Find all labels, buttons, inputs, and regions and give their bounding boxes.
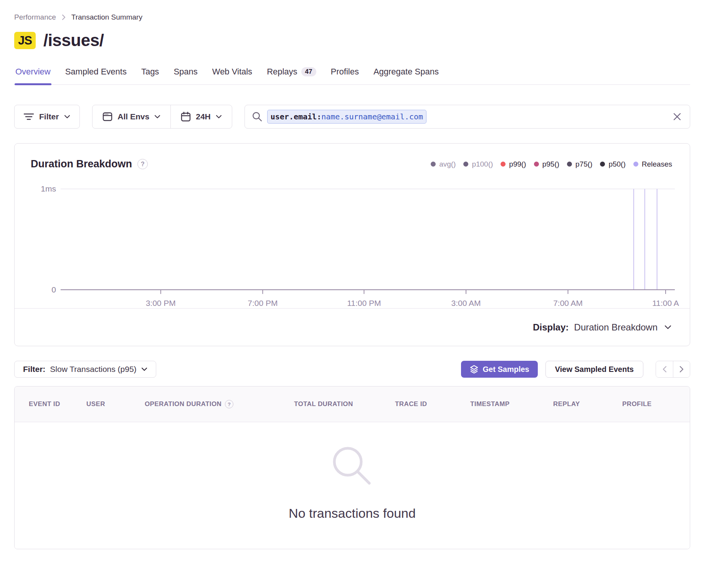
column-header-total-duration: TOTAL DURATION bbox=[294, 400, 395, 408]
transactions-toolbar: Filter: Slow Transactions (p95) Get Samp… bbox=[14, 361, 690, 378]
search-token[interactable]: user.email:name.surname@email.com bbox=[267, 110, 426, 124]
legend-dot-icon bbox=[567, 162, 572, 167]
display-label: Display: bbox=[533, 322, 568, 333]
view-sampled-events-button[interactable]: View Sampled Events bbox=[545, 361, 643, 378]
legend-item-p75[interactable]: p75() bbox=[567, 160, 592, 168]
prev-page-button[interactable] bbox=[656, 361, 673, 377]
column-header-trace-id: TRACE ID bbox=[395, 400, 470, 408]
column-header-replay: REPLAY bbox=[553, 400, 622, 408]
legend-dot-icon bbox=[501, 162, 506, 167]
get-samples-label: Get Samples bbox=[483, 365, 529, 374]
tab-label: Spans bbox=[174, 67, 197, 77]
empty-state-text: No transactions found bbox=[289, 506, 416, 521]
svg-text:1ms: 1ms bbox=[41, 184, 56, 193]
chevron-down-icon bbox=[154, 115, 160, 119]
svg-text:3:00 AM: 3:00 AM bbox=[451, 299, 481, 307]
column-header-label: TRACE ID bbox=[395, 400, 427, 408]
breadcrumb-transaction-summary: Transaction Summary bbox=[71, 13, 142, 21]
legend-item-avg[interactable]: avg() bbox=[431, 160, 456, 168]
legend-item-p95[interactable]: p95() bbox=[534, 160, 559, 168]
breadcrumb-performance[interactable]: Performance bbox=[14, 13, 56, 21]
duration-chart-svg: 1ms03:00 PM7:00 PM11:00 PM3:00 AM7:00 AM… bbox=[15, 174, 690, 308]
column-header-label: EVENT ID bbox=[29, 400, 60, 408]
tab-tags[interactable]: Tags bbox=[140, 67, 160, 84]
transactions-filter-label: Filter: bbox=[23, 365, 45, 374]
svg-text:7:00 AM: 7:00 AM bbox=[553, 299, 583, 307]
legend-item-releases[interactable]: Releases bbox=[633, 160, 672, 168]
chevron-down-icon bbox=[141, 367, 147, 371]
tab-label: Replays bbox=[267, 67, 297, 77]
table-header-row: EVENT IDUSEROPERATION DURATION?TOTAL DUR… bbox=[15, 386, 690, 422]
date-range-select[interactable]: 24H bbox=[171, 105, 232, 128]
legend-dot-icon bbox=[431, 162, 436, 167]
get-samples-button[interactable]: Get Samples bbox=[461, 361, 538, 378]
legend-item-p99[interactable]: p99() bbox=[501, 160, 526, 168]
column-help-icon[interactable]: ? bbox=[225, 400, 233, 408]
tab-profiles[interactable]: Profiles bbox=[330, 67, 360, 84]
display-select[interactable]: Duration Breakdown bbox=[574, 322, 658, 333]
tab-label: Sampled Events bbox=[65, 67, 127, 77]
breadcrumb: Performance Transaction Summary bbox=[14, 13, 690, 21]
tab-spans[interactable]: Spans bbox=[173, 67, 198, 84]
env-date-group: All Envs 24H bbox=[92, 105, 232, 129]
search-token-value: name.surname@email.com bbox=[321, 112, 423, 121]
tab-replays[interactable]: Replays47 bbox=[266, 67, 317, 84]
legend-label: p50() bbox=[608, 160, 625, 168]
chevron-down-icon bbox=[664, 325, 671, 329]
svg-text:7:00 PM: 7:00 PM bbox=[248, 299, 278, 307]
window-icon bbox=[102, 112, 112, 121]
tab-label: Overview bbox=[15, 67, 51, 77]
legend-dot-icon bbox=[600, 162, 605, 167]
project-platform-badge: JS bbox=[14, 32, 36, 49]
tab-bar: OverviewSampled EventsTagsSpansWeb Vital… bbox=[14, 67, 690, 85]
column-header-user: USER bbox=[86, 400, 145, 408]
tab-label: Tags bbox=[141, 67, 159, 77]
chevron-down-icon bbox=[216, 115, 222, 119]
tab-aggregate-spans[interactable]: Aggregate Spans bbox=[373, 67, 440, 84]
legend-label: p99() bbox=[509, 160, 526, 168]
svg-text:3:00 PM: 3:00 PM bbox=[146, 299, 176, 307]
column-header-label: USER bbox=[86, 400, 105, 408]
empty-search-icon bbox=[330, 444, 375, 489]
tab-overview[interactable]: Overview bbox=[15, 67, 51, 84]
chart-title: Duration Breakdown bbox=[31, 158, 132, 170]
display-selector-row: Display: Duration Breakdown bbox=[15, 308, 690, 346]
tab-count-badge: 47 bbox=[301, 67, 316, 77]
svg-text:0: 0 bbox=[51, 285, 56, 294]
tab-web-vitals[interactable]: Web Vitals bbox=[212, 67, 253, 84]
clear-search-icon[interactable] bbox=[672, 112, 682, 122]
column-header-label: OPERATION DURATION bbox=[145, 400, 221, 408]
legend-item-p100[interactable]: p100() bbox=[463, 160, 493, 168]
search-input[interactable]: user.email:name.surname@email.com bbox=[245, 105, 690, 129]
calendar-icon bbox=[181, 112, 191, 122]
legend-dot-icon bbox=[633, 162, 638, 167]
filter-button[interactable]: Filter bbox=[14, 105, 80, 129]
tab-label: Web Vitals bbox=[212, 67, 252, 77]
search-token-key: user.email: bbox=[271, 112, 321, 121]
legend-item-p50[interactable]: p50() bbox=[600, 160, 625, 168]
column-header-timestamp: TIMESTAMP bbox=[470, 400, 553, 408]
date-range-value: 24H bbox=[196, 112, 211, 121]
environment-select-value: All Envs bbox=[117, 112, 149, 121]
legend-label: p95() bbox=[542, 160, 559, 168]
chart-help-icon[interactable]: ? bbox=[137, 159, 148, 169]
column-header-label: TOTAL DURATION bbox=[294, 400, 353, 408]
transaction-summary-page: Performance Transaction Summary JS /issu… bbox=[0, 13, 704, 549]
column-header-label: PROFILE bbox=[622, 400, 651, 408]
chevron-down-icon bbox=[64, 115, 70, 119]
search-icon bbox=[252, 111, 263, 122]
page-header: JS /issues/ bbox=[14, 31, 690, 50]
tab-sampled-events[interactable]: Sampled Events bbox=[64, 67, 127, 84]
layers-icon bbox=[469, 365, 479, 374]
legend-label: p75() bbox=[575, 160, 592, 168]
chevron-right-icon bbox=[61, 14, 66, 21]
transactions-filter-select[interactable]: Filter: Slow Transactions (p95) bbox=[14, 361, 156, 378]
tab-label: Profiles bbox=[331, 67, 359, 77]
column-header-profile: PROFILE bbox=[622, 400, 690, 408]
column-header-label: TIMESTAMP bbox=[470, 400, 509, 408]
next-page-button[interactable] bbox=[673, 361, 690, 377]
view-sampled-events-label: View Sampled Events bbox=[555, 365, 634, 373]
pagination bbox=[656, 361, 690, 378]
controls-row: Filter All Envs 24H bbox=[14, 105, 690, 129]
environment-select[interactable]: All Envs bbox=[93, 105, 170, 128]
